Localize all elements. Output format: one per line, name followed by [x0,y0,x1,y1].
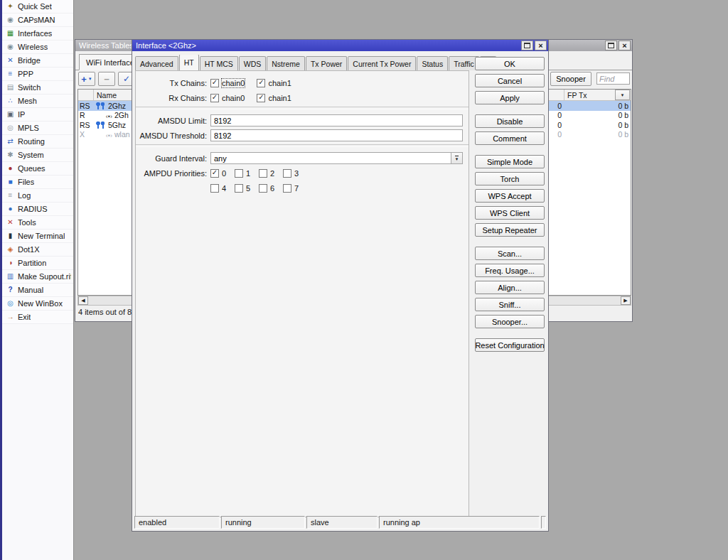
ampdu-priority-0-checkbox[interactable]: 0 [210,169,226,178]
sidebar-item-exit[interactable]: → Exit [2,311,73,324]
sidebar-item-radius[interactable]: ● RADIUS [2,203,73,216]
ampdu-priority-2-checkbox[interactable]: 2 [259,169,274,178]
checkbox-icon[interactable] [259,184,267,193]
checkbox-icon[interactable] [235,184,243,193]
sidebar-item-quick-set[interactable]: ✦ Quick Set [2,0,73,14]
column-header-flags[interactable] [78,90,94,100]
comment-button[interactable]: Comment [475,131,545,145]
checkbox-icon[interactable] [257,94,265,102]
sidebar-item-mesh[interactable]: ∴ Mesh [2,95,73,108]
sidebar-item-switch[interactable]: ▤ Switch [2,81,73,95]
sidebar-item-mpls[interactable]: ◎ MPLS [2,122,73,135]
apply-button[interactable]: Apply [475,91,545,104]
checkbox-icon[interactable] [210,184,219,193]
column-filter-icon[interactable] [615,90,630,100]
sidebar-item-bridge[interactable]: ✕ Bridge [2,54,73,68]
ampdu-priority-6-checkbox[interactable]: 6 [259,184,274,193]
sidebar-item-make-supout-rif[interactable]: ▥ Make Supout.rif [2,270,73,284]
sidebar-item-new-terminal[interactable]: ▮ New Terminal [2,230,73,243]
maximize-icon[interactable] [521,41,533,50]
column-header-fp-tx[interactable]: FP Tx [564,90,631,100]
sidebar-item-label: RADIUS [18,205,48,213]
checkbox-icon[interactable] [259,169,267,178]
checkbox-label: 5 [246,184,250,193]
add-button[interactable]: + [78,72,95,86]
ampdu-priority-4-checkbox[interactable]: 4 [210,184,226,193]
sidebar-item-routing[interactable]: ⇄ Routing [2,135,73,149]
freq-usage-button[interactable]: Freq. Usage... [475,264,545,277]
checkbox-icon[interactable] [210,79,219,87]
checkbox-icon[interactable] [235,169,243,178]
ampdu-priority-7-checkbox[interactable]: 7 [283,184,299,193]
checkbox-icon[interactable] [257,79,265,87]
dialog-titlebar[interactable]: Interface <2Ghz> [132,40,548,51]
checkbox-icon[interactable] [283,169,291,178]
checkbox-label: 3 [294,169,299,178]
cancel-button[interactable]: Cancel [475,74,545,87]
wps-client-button[interactable]: WPS Client [475,206,545,220]
ampdu-priority-5-checkbox[interactable]: 5 [235,184,250,193]
tab-ht[interactable]: HT [179,55,199,70]
tab-tx-power[interactable]: Tx Power [306,56,347,70]
tab-ht-mcs[interactable]: HT MCS [200,56,238,70]
tab-wds[interactable]: WDS [239,56,267,70]
reset-configuration-button[interactable]: Reset Configuration [475,338,545,352]
tab-status[interactable]: Status [417,56,448,70]
sidebar-item-wireless[interactable]: ◉ Wireless [2,41,73,54]
snooper-button[interactable]: Snooper [550,72,592,86]
ampdu-priority-3-checkbox[interactable]: 3 [283,169,299,178]
amsdu-threshold-input[interactable] [210,129,463,141]
interface-type-icon [95,121,106,129]
scroll-right-icon[interactable] [621,296,631,305]
align-button[interactable]: Align... [475,281,545,294]
tx-chain-chain1-checkbox[interactable]: chain1 [257,79,291,87]
sidebar-item-partition[interactable]: ◑ Partition [2,257,73,270]
sidebar-item-interfaces[interactable]: ▦ Interfaces [2,27,73,41]
rx-chains-checkboxes: chain0 chain1 [210,94,304,102]
sidebar-item-capsman[interactable]: ◉ CAPsMAN [2,14,73,27]
torch-button[interactable]: Torch [475,172,545,185]
sidebar-item-ip[interactable]: ▣ IP [2,108,73,122]
status-cell [541,516,546,529]
tx-chain-chain0-checkbox[interactable]: chain0 [210,79,245,87]
ok-button[interactable]: OK [475,57,545,70]
scan-button[interactable]: Scan... [475,247,545,260]
scroll-left-icon[interactable] [78,296,88,305]
sidebar-item-tools[interactable]: ✕ Tools [2,216,73,230]
sidebar-item-system[interactable]: ✱ System [2,149,73,162]
dropdown-icon[interactable] [451,152,463,164]
amsdu-limit-input[interactable] [210,114,463,126]
close-icon[interactable] [535,41,547,50]
tab-advanced[interactable]: Advanced [135,56,178,70]
sidebar-item-files[interactable]: ■ Files [2,176,73,189]
sidebar-item-dot1x[interactable]: ◈ Dot1X [2,243,73,257]
interface-type-icon [95,131,112,139]
close-icon[interactable] [619,41,631,50]
ampdu-priority-1-checkbox[interactable]: 1 [235,169,250,178]
sidebar-item-manual[interactable]: ? Manual [2,284,73,297]
checkbox-label: 4 [222,184,226,193]
maximize-icon[interactable] [605,41,617,50]
sniff-button[interactable]: Sniff... [475,298,545,311]
remove-button[interactable]: − [98,72,115,86]
checkbox-icon[interactable] [210,94,219,102]
simple-mode-button[interactable]: Simple Mode [475,155,545,168]
wps-accept-button[interactable]: WPS Accept [475,189,545,203]
separator [136,144,469,147]
amsdu-limit-row: AMSDU Limit: [136,114,463,126]
sidebar-item-log[interactable]: ≡ Log [2,189,73,203]
setup-repeater-button[interactable]: Setup Repeater [475,223,545,237]
find-input[interactable] [596,72,630,85]
disable-button[interactable]: Disable [475,114,545,128]
checkbox-icon[interactable] [283,184,291,193]
sidebar-item-ppp[interactable]: ≡ PPP [2,68,73,81]
checkbox-icon[interactable] [210,169,219,178]
rx-chain-chain1-checkbox[interactable]: chain1 [257,94,291,102]
guard-interval-input[interactable] [210,152,451,164]
sidebar-item-new-winbox[interactable]: ◎ New WinBox [2,297,73,311]
snooper-button[interactable]: Snooper... [475,315,545,328]
tab-current-tx-power[interactable]: Current Tx Power [348,56,416,70]
sidebar-item-queues[interactable]: ● Queues [2,162,73,176]
tab-nstreme[interactable]: Nstreme [267,56,305,70]
rx-chain-chain0-checkbox[interactable]: chain0 [210,94,245,102]
